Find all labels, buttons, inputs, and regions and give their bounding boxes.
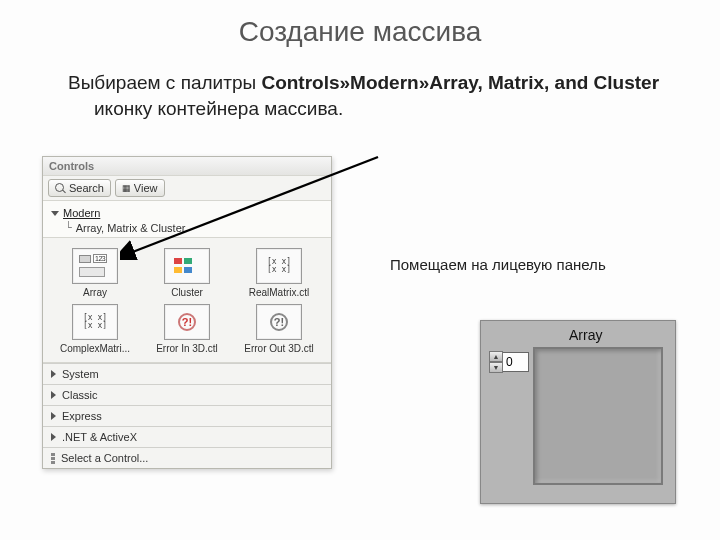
cluster-icon [164,248,210,284]
search-label: Search [69,182,104,194]
view-label: View [134,182,158,194]
tree-sub-row[interactable]: └ Array, Matrix & Cluster [51,220,323,235]
intro-text: Выбираем с палитры Controls»Modern»Array… [60,48,720,121]
palette-tree: Modern └ Array, Matrix & Cluster [43,201,331,238]
item-label: ComplexMatri... [49,343,141,354]
controls-palette: Controls Search ▦ View Modern └ Array, M… [42,156,332,469]
complex-matrix-icon: [x x][x x] [72,304,118,340]
spin-up-icon[interactable]: ▲ [489,351,503,362]
palette-item-cluster[interactable]: Cluster [141,248,233,298]
array-container-frame[interactable] [533,347,663,485]
category-list: System Classic Express .NET & ActiveX Se… [43,363,331,468]
error-out-icon: ?! [256,304,302,340]
item-label: Cluster [141,287,233,298]
tree-sub-label: Array, Matrix & Cluster [76,222,186,234]
palette-icon: ▦ [122,183,131,193]
item-label: Error Out 3D.ctl [233,343,325,354]
category-label: Express [62,410,102,422]
palette-item-array[interactable]: Array [49,248,141,298]
palette-item-errorout[interactable]: ?! Error Out 3D.ctl [233,304,325,354]
palette-toolbar: Search ▦ View [43,176,331,201]
index-spinner[interactable]: ▲ ▼ [489,351,531,373]
page-title: Создание массива [0,0,720,48]
front-panel-array: Array ▲ ▼ [480,320,676,504]
spin-down-icon[interactable]: ▼ [489,362,503,373]
caption-text: Помещаем на лицевую панель [390,256,606,273]
category-label: System [62,368,99,380]
category-label: Classic [62,389,97,401]
chevron-right-icon [51,412,56,420]
chevron-right-icon [51,391,56,399]
category-select[interactable]: Select a Control... [43,447,331,468]
palette-item-complexmatrix[interactable]: [x x][x x] ComplexMatri... [49,304,141,354]
category-express[interactable]: Express [43,405,331,426]
palette-window-title: Controls [43,157,331,176]
matrix-icon: [x x][x x] [256,248,302,284]
search-button[interactable]: Search [48,179,111,197]
intro-post: иконку контейнера массива. [94,98,343,119]
category-label: Select a Control... [61,452,148,464]
view-button[interactable]: ▦ View [115,179,165,197]
palette-item-realmatrix[interactable]: [x x][x x] RealMatrix.ctl [233,248,325,298]
intro-pre: Выбираем с палитры [68,72,261,93]
expand-icon [51,211,59,216]
chevron-right-icon [51,433,56,441]
array-icon [72,248,118,284]
palette-item-errorin[interactable]: ?! Error In 3D.ctl [141,304,233,354]
tree-root-label: Modern [63,207,100,219]
category-label: .NET & ActiveX [62,431,137,443]
category-dotnet[interactable]: .NET & ActiveX [43,426,331,447]
tree-root-row[interactable]: Modern [51,206,323,220]
chevron-right-icon [51,370,56,378]
index-input[interactable] [503,352,529,372]
category-classic[interactable]: Classic [43,384,331,405]
tree-elbow-icon: └ [65,221,72,234]
search-icon [55,183,66,194]
palette-grid: Array Cluster [x x][x x] RealMatrix.ctl … [43,238,331,363]
item-label: RealMatrix.ctl [233,287,325,298]
item-label: Error In 3D.ctl [141,343,233,354]
category-system[interactable]: System [43,363,331,384]
intro-bold: Controls»Modern»Array, Matrix, and Clust… [261,72,659,93]
array-control-label: Array [569,327,602,343]
item-label: Array [49,287,141,298]
error-in-icon: ?! [164,304,210,340]
spinner-buttons[interactable]: ▲ ▼ [489,351,503,373]
bars-icon [51,453,55,464]
